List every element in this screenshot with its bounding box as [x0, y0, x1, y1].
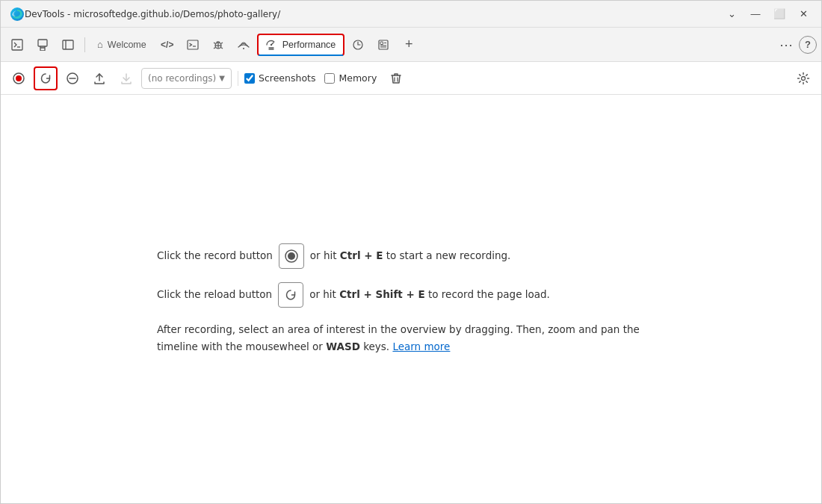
svg-rect-1: [12, 40, 22, 50]
download-button[interactable]: [114, 66, 138, 90]
recordings-dropdown[interactable]: (no recordings) ▼: [141, 68, 232, 89]
toolbar-sep-1: [238, 71, 238, 86]
main-content: Click the record button or hit Ctrl + E …: [1, 95, 821, 503]
memory-icon: [352, 39, 364, 51]
screenshots-label: Screenshots: [259, 72, 315, 84]
welcome-tab-label: Welcome: [108, 40, 146, 50]
record-button[interactable]: [7, 66, 31, 90]
help-button[interactable]: ?: [799, 36, 817, 54]
maximize-button[interactable]: ⬜: [770, 5, 788, 23]
device-icon: [37, 39, 49, 51]
sources-tab[interactable]: </>: [155, 33, 179, 57]
memory-checkbox[interactable]: [324, 73, 335, 84]
minimize-button[interactable]: —: [747, 5, 764, 23]
reload-inline-button: [278, 282, 303, 308]
bug-icon: [212, 39, 224, 51]
inspect-icon-button[interactable]: [5, 33, 29, 57]
delete-recordings-button[interactable]: [384, 66, 408, 90]
screenshots-checkbox[interactable]: [244, 73, 255, 84]
application-icon: [377, 39, 389, 51]
svg-point-18: [243, 48, 244, 49]
svg-line-17: [220, 47, 223, 49]
reload-instruction-after: or hit Ctrl + Shift + E to record the pa…: [309, 286, 550, 303]
svg-line-16: [214, 47, 216, 49]
ctrl-shift-e-shortcut: Ctrl + Shift + E: [339, 288, 425, 300]
memory-profiler-tab[interactable]: [346, 33, 370, 57]
upload-icon: [93, 72, 106, 85]
add-tab-button[interactable]: +: [397, 33, 421, 57]
performance-icon: [266, 40, 276, 50]
svg-point-19: [271, 43, 272, 45]
svg-rect-22: [380, 42, 383, 45]
svg-rect-4: [40, 48, 45, 51]
svg-line-15: [220, 43, 223, 44]
clear-icon: [66, 72, 79, 85]
svg-rect-3: [38, 40, 47, 46]
reload-record-icon: [39, 72, 52, 85]
gear-icon: [797, 72, 810, 85]
record-instruction: Click the record button or hit Ctrl + E …: [157, 243, 665, 269]
tab-bar: ⌂ Welcome </>: [1, 28, 821, 62]
svg-point-32: [802, 76, 806, 80]
svg-rect-9: [188, 40, 198, 49]
clear-button[interactable]: [61, 66, 84, 90]
tab-divider: [84, 37, 85, 52]
welcome-tab[interactable]: ⌂ Welcome: [90, 34, 154, 55]
screenshots-toggle[interactable]: Screenshots: [244, 72, 315, 84]
device-toggle-button[interactable]: [31, 33, 55, 57]
reload-record-button[interactable]: [34, 66, 58, 90]
record-instruction-after: or hit Ctrl + E to start a new recording…: [310, 247, 511, 264]
overview-instruction: After recording, select an area of inter…: [157, 321, 665, 355]
reload-instruction: Click the reload button or hit Ctrl + Sh…: [157, 282, 665, 308]
memory-toggle[interactable]: Memory: [324, 72, 377, 84]
settings-button[interactable]: [791, 66, 815, 90]
ctrl-e-shortcut: Ctrl + E: [340, 249, 383, 261]
performance-tab[interactable]: Performance: [257, 34, 345, 56]
chevron-button[interactable]: ⌄: [723, 5, 741, 23]
trash-icon: [389, 72, 403, 85]
tab-bar-right: ⋯ ?: [773, 33, 817, 57]
download-icon: [120, 72, 133, 85]
inspect-icon: [11, 39, 23, 51]
console-icon: [187, 39, 199, 51]
close-button[interactable]: ✕: [794, 5, 812, 23]
console-tab[interactable]: [181, 33, 205, 57]
network-tab[interactable]: [232, 33, 256, 57]
edge-logo-icon: [10, 7, 25, 22]
upload-button[interactable]: [87, 66, 111, 90]
window-controls: ⌄ — ⬜ ✕: [723, 5, 812, 23]
dropdown-arrow-icon: ▼: [219, 74, 225, 82]
record-inline-button: [279, 243, 304, 269]
toolbar: (no recordings) ▼ Screenshots Memory: [1, 62, 821, 95]
recordings-dropdown-value: (no recordings): [148, 73, 216, 84]
wasd-shortcut: WASD: [326, 340, 360, 352]
record-instruction-before: Click the record button: [157, 247, 273, 264]
svg-point-34: [288, 252, 295, 260]
title-bar: DevTools - microsoftedge.github.io/Demos…: [1, 1, 821, 28]
svg-rect-7: [63, 40, 73, 49]
home-icon: ⌂: [97, 39, 103, 50]
window-title: DevTools - microsoftedge.github.io/Demos…: [25, 9, 723, 19]
application-tab[interactable]: [371, 33, 395, 57]
performance-tab-label: Performance: [282, 40, 336, 50]
learn-more-link[interactable]: Learn more: [392, 340, 450, 352]
sidebar-toggle-button[interactable]: [56, 33, 80, 57]
reload-instruction-before: Click the reload button: [157, 286, 272, 303]
debug-tab[interactable]: [206, 33, 230, 57]
more-tools-button[interactable]: ⋯: [773, 33, 797, 57]
svg-line-14: [214, 43, 216, 44]
record-icon: [12, 72, 25, 85]
network-icon: [238, 39, 250, 51]
sidebar-icon: [62, 39, 74, 51]
memory-label: Memory: [339, 72, 377, 84]
instructions-panel: Click the record button or hit Ctrl + E …: [157, 243, 665, 355]
svg-point-27: [16, 75, 22, 81]
sources-icon: </>: [161, 40, 173, 50]
